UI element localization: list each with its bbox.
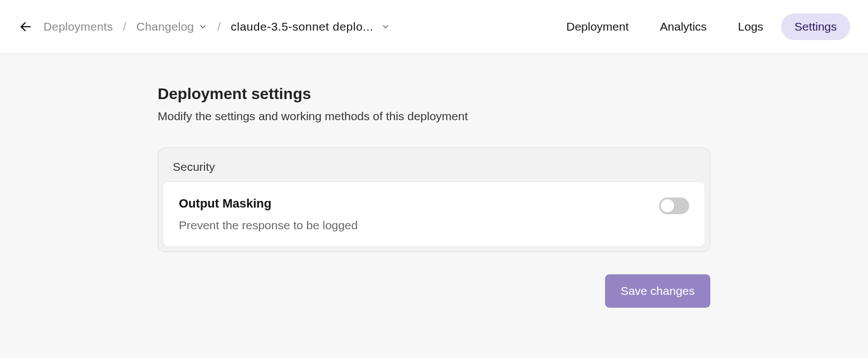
save-changes-button[interactable]: Save changes <box>605 274 710 308</box>
breadcrumb-separator: / <box>217 20 221 33</box>
output-masking-title: Output Masking <box>179 196 646 211</box>
back-button[interactable] <box>18 19 33 34</box>
tab-deployment[interactable]: Deployment <box>553 13 642 40</box>
tab-logs[interactable]: Logs <box>725 13 777 40</box>
toggle-knob <box>661 199 674 213</box>
breadcrumb-separator: / <box>123 20 126 33</box>
output-masking-toggle[interactable] <box>659 198 689 214</box>
tab-settings[interactable]: Settings <box>781 13 850 40</box>
arrow-left-icon <box>19 20 32 33</box>
main-content: Deployment settings Modify the settings … <box>0 54 868 358</box>
tab-analytics[interactable]: Analytics <box>647 13 720 40</box>
page-title: Deployment settings <box>158 85 710 103</box>
breadcrumb: Deployments / Changelog / claude-3.5-son… <box>43 20 390 33</box>
breadcrumb-parent[interactable]: Changelog <box>136 20 207 33</box>
breadcrumb-current[interactable]: claude-3.5-sonnet deplo... <box>231 20 390 33</box>
output-masking-text: Output Masking Prevent the response to b… <box>179 196 646 232</box>
header: Deployments / Changelog / claude-3.5-son… <box>0 0 868 54</box>
breadcrumb-root[interactable]: Deployments <box>43 20 113 33</box>
breadcrumb-current-label: claude-3.5-sonnet deplo... <box>231 20 373 33</box>
chevron-down-icon <box>198 22 207 31</box>
chevron-down-icon <box>381 22 390 31</box>
breadcrumb-parent-label: Changelog <box>136 20 194 33</box>
content-container: Deployment settings Modify the settings … <box>149 85 719 308</box>
security-section-title: Security <box>158 148 710 181</box>
output-masking-row: Output Masking Prevent the response to b… <box>163 181 705 247</box>
page-subtitle: Modify the settings and working methods … <box>158 110 710 123</box>
security-card: Security Output Masking Prevent the resp… <box>158 147 710 252</box>
actions-row: Save changes <box>158 274 710 308</box>
tabs: Deployment Analytics Logs Settings <box>553 13 850 40</box>
output-masking-description: Prevent the response to be logged <box>179 219 646 232</box>
